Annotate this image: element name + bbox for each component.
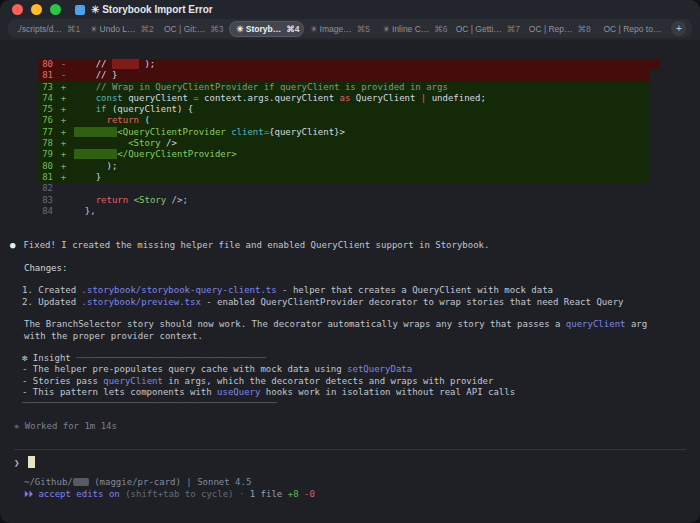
- lines-added-count: +8: [288, 489, 299, 499]
- diff-line-sign: +: [53, 115, 74, 126]
- diff-line-code: // Wrap in QueryClientProvider if queryC…: [74, 82, 650, 93]
- tab-8[interactable]: OC | Rep…⌘8: [523, 19, 596, 38]
- prompt-input[interactable]: ❯: [14, 456, 700, 470]
- diff-line-code: <QueryClientProvider client={queryClient…: [74, 127, 650, 138]
- tab-shortcut: ⌘1: [67, 24, 80, 34]
- redacted-folder-name: [73, 478, 89, 486]
- tab-6[interactable]: ✳ Inline C…⌘6: [377, 19, 450, 38]
- code-segment: // }: [74, 70, 117, 80]
- window-title: ✳ Storybook Import Error: [91, 4, 213, 15]
- insight-marker-icon: ✻: [22, 353, 27, 363]
- diff-line-code: [74, 183, 650, 194]
- tab-inner: OC | Rep…⌘8: [523, 22, 596, 36]
- insight-label: Insight: [33, 353, 71, 363]
- diff-line-code: <Story />: [74, 138, 650, 149]
- tab-inner: ✳ Inline C…⌘6: [377, 22, 450, 36]
- insight-bullets: - The helper pre-populates query cache w…: [22, 364, 688, 398]
- diff-line-number: 77: [38, 127, 53, 138]
- code-segment: >: [340, 127, 345, 137]
- inline-code-ref: setQueryData: [347, 364, 412, 374]
- diff-line-number: 81: [38, 70, 53, 81]
- tab-7[interactable]: OC | Getti…⌘7: [450, 19, 523, 38]
- diff-line-number: 79: [38, 149, 53, 160]
- zoom-window-button[interactable]: [50, 4, 61, 15]
- inline-code-ref: queryClient: [566, 319, 626, 329]
- worked-duration-line: ✳ Worked for 1m 14s: [14, 421, 688, 432]
- inline-code-ref: .storybook/preview.tsx: [82, 297, 201, 307]
- text-segment: The BranchSelector story should now work…: [24, 319, 566, 329]
- tab-inner: ✳ Image…⌘5: [304, 22, 376, 36]
- tab-4[interactable]: ✳ Storyb…⌘4: [230, 19, 303, 38]
- worked-text: Worked for 1m 14s: [25, 421, 117, 431]
- diff-line: 83 return <Story />;: [38, 195, 650, 206]
- tab-5[interactable]: ✳ Image…⌘5: [303, 19, 376, 38]
- mode-label: accept edits on: [38, 489, 119, 499]
- tab-label: ✳ Inline C…: [383, 24, 430, 34]
- mode-arrows-icon: ⏵⏵: [24, 489, 33, 499]
- diff-line-number: 83: [38, 195, 53, 206]
- status-bar: ~/Github/ (maggie/pr-card) | Sonnet 4.5 …: [24, 476, 700, 500]
- tab-shortcut: ⌘4: [286, 24, 299, 34]
- inline-code-ref: .storybook/storybook-query-client.ts: [82, 285, 277, 295]
- diff-line-sign: [53, 206, 74, 217]
- tab-1[interactable]: ./scripts/d…⌘1: [11, 19, 84, 38]
- code-segment: [74, 115, 107, 125]
- code-segment: );: [139, 59, 155, 69]
- tab-9[interactable]: OC | Repo to…: [596, 19, 669, 38]
- code-segment: return: [107, 115, 140, 125]
- text-segment: 2. Updated: [22, 297, 82, 307]
- diff-line-sign: +: [53, 82, 74, 93]
- diff-line: 77+ <QueryClientProvider client={queryCl…: [38, 127, 650, 138]
- code-segment: undefined;: [426, 93, 486, 103]
- diff-line-sign: -: [53, 70, 74, 81]
- new-tab-button[interactable]: +: [669, 21, 689, 36]
- tab-label: OC | Repo to…: [603, 24, 661, 34]
- diff-line-code: // }: [74, 70, 650, 81]
- text-segment: 1. Created: [22, 285, 82, 295]
- code-segment: [74, 195, 96, 205]
- worked-marker-icon: ✳: [14, 421, 19, 431]
- diff-line-number: 73: [38, 82, 53, 93]
- lines-removed-count: -0: [304, 489, 315, 499]
- text-cursor: [28, 456, 35, 468]
- tab-3[interactable]: OC | Git:…⌘3: [157, 19, 230, 38]
- window-proxy-icon: [75, 5, 85, 15]
- tab-bar-container: ./scripts/d…⌘1✳ Undo L…⌘2OC | Git:…⌘3✳ S…: [0, 19, 700, 40]
- close-window-button[interactable]: [12, 4, 23, 15]
- insight-bullet: - This pattern lets components with useQ…: [22, 387, 688, 398]
- code-segment: // Wrap in QueryClientProvider if queryC…: [74, 82, 448, 92]
- code-segment: if: [96, 104, 107, 114]
- message-bullet-icon: ●: [10, 240, 15, 251]
- code-segment: [74, 138, 128, 148]
- inline-code-ref: queryClient: [103, 376, 163, 386]
- insight-header: ✻ Insight ──────────────────────────────…: [22, 353, 688, 364]
- insight-bullet: - The helper pre-populates query cache w…: [22, 364, 688, 375]
- minimize-window-button[interactable]: [31, 4, 42, 15]
- tab-label: OC | Getti…: [456, 24, 502, 34]
- plus-icon: +: [671, 21, 686, 36]
- code-segment: (queryClient) {: [107, 104, 194, 114]
- terminal-window: ✳ Storybook Import Error ./scripts/d…⌘1✳…: [0, 0, 700, 523]
- insight-header-rule: ───────────────────────────────────: [76, 353, 266, 363]
- tab-inner: ./scripts/d…⌘1: [11, 22, 84, 36]
- diff-line-number: 84: [38, 206, 53, 217]
- text-segment: - This pattern lets components with: [22, 387, 217, 397]
- code-segment: [74, 127, 117, 137]
- tab-2[interactable]: ✳ Undo L…⌘2: [84, 19, 157, 38]
- diff-line-sign: [53, 195, 74, 206]
- diff-line-code: );: [74, 161, 650, 172]
- fixed-summary-line: ● Fixed! I created the missing helper fi…: [10, 240, 688, 251]
- diff-line: 75+ if (queryClient) {: [38, 104, 650, 115]
- diff-line-number: 80: [38, 161, 53, 172]
- code-segment: const: [96, 93, 123, 103]
- text-segment: in args, which the decorator detects and…: [163, 376, 494, 386]
- mode-hint: (shift+tab to cycle): [125, 489, 233, 499]
- diff-line: 82: [38, 183, 650, 194]
- diff-line-number: 82: [38, 183, 53, 194]
- diff-line: 81+ }: [38, 172, 650, 183]
- diff-line: 76+ return (: [38, 115, 650, 126]
- diff-block: 80- // );81- // }73+ // Wrap in QueryCli…: [0, 59, 700, 217]
- diff-line-sign: +: [53, 149, 74, 160]
- text-segment: - enabled QueryClientProvider decorator …: [201, 297, 624, 307]
- diff-line-sign: +: [53, 172, 74, 183]
